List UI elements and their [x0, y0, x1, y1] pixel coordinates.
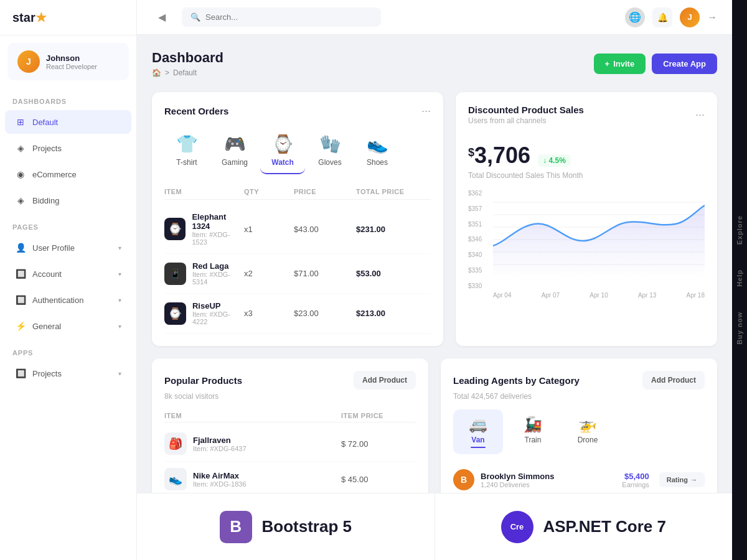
chevron-down-icon: ▾: [118, 323, 121, 330]
add-agent-product-button[interactable]: Add Product: [642, 371, 705, 390]
agent-tab-van[interactable]: 🚐 Van: [453, 409, 503, 454]
sidebar-item-projects[interactable]: ◈ Projects: [5, 136, 131, 160]
chart-y-label: $362: [468, 190, 482, 197]
invite-button[interactable]: +Invite: [594, 54, 646, 74]
user-profile-card[interactable]: J Johnson React Developer: [7, 43, 129, 80]
sales-title: Discounted Product Sales: [468, 105, 584, 115]
bootstrap-icon: B: [220, 511, 252, 543]
breadcrumb: 🏠 > Default: [152, 68, 223, 77]
agent-tab-drone[interactable]: 🚁 Drone: [563, 409, 613, 454]
item-total: $231.00: [356, 225, 431, 234]
item-price: $43.00: [294, 225, 356, 234]
chart-y-label: $335: [468, 267, 482, 274]
products-title-group: Popular Products: [164, 375, 242, 386]
table-row: ⌚ RiseUP Item: #XDG-4222 x3 $23.00 $213.…: [164, 294, 431, 334]
sidebar-item-user-profile[interactable]: 👤 User Profile ▾: [5, 236, 131, 259]
product-item-info: 👟 Nike AirMax Item: #XDG-1836: [164, 468, 341, 490]
currency-symbol: $: [468, 146, 474, 159]
topbar-globe-icon[interactable]: 🌐: [625, 7, 645, 27]
tab-underline: [471, 447, 486, 448]
agent-tab-label: Train: [525, 436, 542, 444]
sidebar-item-default[interactable]: ⊞ Default: [5, 110, 131, 134]
item-qty: x3: [244, 309, 294, 318]
asp-icon: Cre: [501, 511, 533, 543]
dashboard-grid: Recent Orders ··· 👕 T-shirt 🎮 Gaming ⌚ W…: [152, 92, 717, 346]
tab-gaming-label: Gaming: [222, 158, 248, 167]
drone-icon: 🚁: [578, 416, 597, 433]
agent-tab-label: Drone: [578, 436, 598, 444]
agent-details: Brooklyn Simmons 1,240 Deliveries: [481, 472, 554, 488]
sidebar-item-app-projects[interactable]: 🔲 Projects ▾: [5, 362, 131, 385]
logo-star: ★: [35, 11, 47, 24]
tab-gloves[interactable]: 🧤 Gloves: [308, 128, 352, 174]
table-row: 📱 Red Laga Item: #XDG-5314 x2 $71.00 $53…: [164, 254, 431, 294]
watch-icon: ⌚: [272, 134, 294, 154]
th-qty: QTY: [244, 188, 294, 195]
item-qty: x2: [244, 269, 294, 278]
tab-watch[interactable]: ⌚ Watch: [260, 128, 305, 174]
sales-subtitle: Users from all channels: [468, 116, 584, 125]
avatar: J: [17, 50, 40, 73]
topbar-user-avatar[interactable]: J: [680, 7, 700, 27]
item-qty: x1: [244, 225, 294, 234]
search-input[interactable]: [205, 12, 372, 22]
buy-now-label[interactable]: Buy now: [733, 299, 746, 357]
agent-avatar: B: [453, 469, 474, 490]
tab-tshirt-label: T-shirt: [176, 158, 197, 167]
chart-x-labels: Apr 04 Apr 07 Apr 10 Apr 13 Apr 18: [493, 292, 705, 299]
explore-label[interactable]: Explore: [733, 203, 746, 257]
agent-tab-train[interactable]: 🚂 Train: [508, 409, 558, 454]
add-product-button[interactable]: Add Product: [354, 371, 416, 390]
arrow-right-icon: →: [690, 476, 697, 483]
tab-shoes[interactable]: 👟 Shoes: [355, 128, 400, 174]
help-label[interactable]: Help: [733, 257, 746, 299]
tab-tshirt[interactable]: 👕 T-shirt: [164, 128, 209, 174]
logo-container: star★: [0, 0, 136, 35]
topbar-notification-button[interactable]: 🔔: [652, 7, 672, 27]
popular-products-header: Popular Products Add Product: [164, 371, 416, 390]
rating-button[interactable]: Rating →: [659, 472, 705, 487]
card-menu-button[interactable]: ···: [421, 105, 431, 118]
chevron-down-icon: ▾: [118, 245, 121, 251]
sidebar-item-account[interactable]: 🔲 Account ▾: [5, 262, 131, 286]
item-name: Red Laga: [192, 261, 244, 271]
agents-header: Leading Agents by Category Add Product: [453, 371, 705, 390]
ecommerce-icon: ◉: [15, 169, 26, 180]
user-role: React Developer: [46, 63, 97, 70]
tab-shoes-label: Shoes: [367, 158, 388, 167]
sidebar-item-ecommerce[interactable]: ◉ eCommerce: [5, 162, 131, 186]
orders-table: ITEM QTY PRICE TOTAL PRICE ⌚ Elephant 13…: [164, 184, 431, 334]
page-title-section: Dashboard 🏠 > Default: [152, 50, 223, 77]
chart-y-label: $346: [468, 236, 482, 243]
sales-card-menu-button[interactable]: ···: [695, 108, 705, 121]
sidebar-item-label: Projects: [32, 144, 121, 153]
sidebar-item-bidding[interactable]: ◈ Bidding: [5, 189, 131, 212]
sidebar-item-label: General: [32, 322, 112, 331]
tab-gaming[interactable]: 🎮 Gaming: [212, 128, 258, 174]
sales-title-group: Discounted Product Sales Users from all …: [468, 105, 584, 125]
chart-x-label: Apr 18: [687, 292, 705, 299]
sidebar-item-label: eCommerce: [32, 170, 121, 179]
recent-orders-card: Recent Orders ··· 👕 T-shirt 🎮 Gaming ⌚ W…: [152, 92, 443, 346]
item-total: $53.00: [356, 269, 431, 278]
bootstrap-label: Bootstrap 5: [262, 517, 352, 536]
collapse-sidebar-button[interactable]: ◀: [152, 7, 172, 27]
sidebar: star★ J Johnson React Developer DASHBOAR…: [0, 0, 137, 560]
sidebar-item-label: Projects: [32, 369, 112, 378]
product-details: Nike AirMax Item: #XDG-1836: [193, 471, 247, 488]
item-image: ⌚: [164, 302, 186, 325]
item-info: ⌚ Elephant 1324 Item: #XDG-1523: [164, 212, 244, 246]
chart-y-label: $330: [468, 282, 482, 289]
chart-area: [493, 190, 705, 289]
product-name: Fjallraven: [193, 436, 247, 445]
sidebar-item-label: Account: [32, 269, 112, 279]
sidebar-item-authentication[interactable]: 🔲 Authentication ▾: [5, 288, 131, 312]
train-icon: 🚂: [524, 416, 542, 433]
topbar-right: 🌐 🔔 J →: [625, 7, 717, 27]
item-name: RiseUP: [192, 301, 244, 310]
products-title: Popular Products: [164, 375, 242, 386]
create-app-button[interactable]: Create App: [652, 54, 717, 74]
item-details: RiseUP Item: #XDG-4222: [192, 301, 244, 325]
sidebar-item-general[interactable]: ⚡ General ▾: [5, 314, 131, 338]
agent-deliveries: 1,240 Deliveries: [481, 481, 554, 488]
